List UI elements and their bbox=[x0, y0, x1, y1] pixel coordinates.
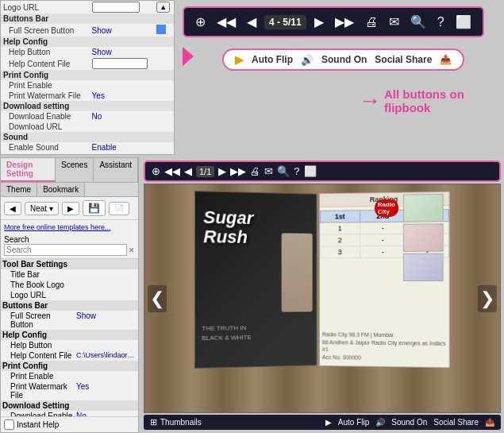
table-row: Help Button Show bbox=[1, 47, 174, 57]
table-row: Help Content File C:\Users\lindaoral\App… bbox=[1, 350, 138, 361]
prev-button[interactable]: ◀ bbox=[244, 13, 260, 31]
table-row: Full Screen Button Show bbox=[1, 24, 174, 37]
print-config-section: Print Config bbox=[1, 70, 174, 80]
inner-prev-start[interactable]: ◀◀ bbox=[164, 165, 180, 177]
book-logo-label: The Book Logo bbox=[1, 280, 75, 290]
help-content-input[interactable] bbox=[92, 58, 148, 69]
dl-enable-val: No bbox=[90, 111, 155, 122]
table-row: Download Setting bbox=[1, 400, 138, 411]
status-autoflip-icon: ▶ bbox=[325, 418, 332, 427]
left-top-panel: Logo URL ▲ Buttons Bar Full Screen Butto… bbox=[0, 0, 175, 155]
thumb-strip bbox=[403, 194, 448, 281]
table-row: Download Enable No bbox=[1, 111, 174, 122]
inner-next-end[interactable]: ▶▶ bbox=[230, 165, 246, 177]
tab-theme[interactable]: Theme bbox=[1, 183, 37, 196]
search-input[interactable] bbox=[4, 244, 127, 256]
page-indicator: 4 - 5/11 bbox=[264, 15, 306, 29]
instant-help-checkbox[interactable] bbox=[4, 419, 14, 430]
prev-start-button[interactable]: ◀◀ bbox=[214, 13, 239, 31]
template-select-button[interactable]: Neat ▾ bbox=[25, 202, 59, 215]
rank-col-1: 1st bbox=[320, 211, 360, 222]
tab-bookmark[interactable]: Bookmark bbox=[37, 183, 85, 196]
thumb-3 bbox=[403, 253, 444, 281]
dl-enable-val2: No bbox=[75, 411, 138, 416]
tab-design-setting[interactable]: Design Setting bbox=[1, 158, 56, 182]
full-screen-color bbox=[156, 25, 166, 34]
table-row: Sound File bbox=[1, 153, 174, 155]
table-row: Download Enable No bbox=[1, 411, 138, 416]
zoom-in-button[interactable]: ⊕ bbox=[192, 13, 209, 31]
inner-zoom-in[interactable]: ⊕ bbox=[152, 165, 160, 177]
inner-help[interactable]: ? bbox=[294, 165, 299, 177]
help-content-val: C:\Users\lindaoral\AppData... bbox=[75, 350, 138, 361]
help-btn-label: Help Button bbox=[1, 47, 90, 57]
help-btn-label2: Help Button bbox=[1, 340, 75, 350]
logo-url-scroll-up[interactable]: ▲ bbox=[156, 2, 170, 13]
full-screen-btn-val: Show bbox=[75, 311, 138, 330]
main-toolbar: ⊕ ◀◀ ◀ 4 - 5/11 ▶ ▶▶ 🖨 ✉ 🔍 ? ⬜ bbox=[183, 6, 484, 37]
nav-arrow-right[interactable]: ❯ bbox=[478, 285, 497, 312]
inner-fullscreen[interactable]: ⬜ bbox=[304, 165, 317, 177]
search-clear-icon[interactable]: ✕ bbox=[129, 246, 135, 254]
status-sound-label[interactable]: Sound On bbox=[391, 418, 427, 427]
flipbook-display: ❮ ❯ Sugar Rush THE TRUTH INBLACK & WHITE bbox=[144, 184, 501, 413]
next-button[interactable]: ▶ bbox=[311, 13, 327, 31]
book-subtitle: THE TRUTH INBLACK & WHITE bbox=[202, 323, 252, 343]
section-row: Print Config bbox=[1, 70, 174, 80]
search-section: Search ✕ bbox=[1, 233, 138, 259]
template-save-button[interactable]: 💾 bbox=[83, 200, 106, 216]
full-screen-label: Full Screen Button bbox=[1, 24, 90, 37]
print-enable-label: Print Enable bbox=[1, 80, 90, 91]
status-left: ⊞ Thumbnails bbox=[150, 417, 202, 427]
section-row: Buttons Bar bbox=[1, 14, 174, 24]
print-enable-val bbox=[90, 80, 155, 91]
logo-url-label: Logo URL bbox=[1, 1, 90, 14]
print-watermark-label2: Print Watermark File bbox=[1, 381, 75, 400]
table-row: Print Watermark File Yes bbox=[1, 381, 138, 400]
inner-toolbar: ⊕ ◀◀ ◀ 1/1 ▶ ▶▶ 🖨 ✉ 🔍 ? ⬜ bbox=[144, 160, 501, 182]
print-watermark-val2: Yes bbox=[75, 381, 138, 400]
tab-assistant[interactable]: Assistant bbox=[94, 158, 138, 182]
status-sound-icon: 🔊 bbox=[375, 418, 385, 427]
inner-next[interactable]: ▶ bbox=[218, 165, 226, 177]
template-link[interactable]: More free online templates here... bbox=[4, 223, 111, 231]
template-extra-button[interactable]: 📄 bbox=[109, 202, 129, 215]
logo-url-input[interactable] bbox=[92, 2, 140, 13]
table-row: Print Enable bbox=[1, 80, 174, 91]
fullscreen-button[interactable]: ⬜ bbox=[452, 13, 475, 31]
template-prev-button[interactable]: ◀ bbox=[4, 202, 21, 215]
autoflip-play-icon[interactable]: ▶ bbox=[235, 53, 244, 66]
book-address: Radio City 98.3 FM | Mumbai 88 Andheri &… bbox=[322, 331, 449, 363]
table-row: Logo URL bbox=[1, 290, 138, 300]
inner-prev[interactable]: ◀ bbox=[184, 165, 192, 177]
inner-print[interactable]: 🖨 bbox=[250, 165, 260, 177]
thumbnails-icon: ⊞ bbox=[150, 417, 157, 427]
table-row: Print Config bbox=[1, 361, 138, 371]
dl-enable-label2: Download Enable bbox=[1, 411, 75, 416]
help-button[interactable]: ? bbox=[434, 14, 448, 31]
table-row: Title Bar bbox=[1, 269, 138, 280]
right-top-area: ⊕ ◀◀ ◀ 4 - 5/11 ▶ ▶▶ 🖨 ✉ 🔍 ? ⬜ ▶ Auto Fl… bbox=[176, 0, 504, 155]
buttons-bar-section: Buttons Bar bbox=[1, 14, 174, 24]
book-right-page: Radio City Ranking 1st 2nd 3rd 1-- bbox=[319, 191, 450, 368]
settings-subtabs: Theme Bookmark bbox=[1, 183, 138, 197]
thumbnails-label[interactable]: Thumbnails bbox=[160, 418, 202, 427]
tab-scenes[interactable]: Scenes bbox=[56, 158, 94, 182]
sound-label: Sound On bbox=[321, 54, 367, 65]
table-row: Logo URL ▲ bbox=[1, 1, 174, 14]
print-enable-label2: Print Enable bbox=[1, 371, 75, 381]
print-button[interactable]: 🖨 bbox=[362, 14, 381, 31]
inner-search[interactable]: 🔍 bbox=[277, 165, 290, 177]
next-end-button[interactable]: ▶▶ bbox=[332, 13, 357, 31]
nav-arrow-left[interactable]: ❮ bbox=[148, 285, 167, 312]
status-share-label[interactable]: Social Share bbox=[433, 418, 479, 427]
search-label: Search bbox=[4, 235, 29, 244]
inner-email[interactable]: ✉ bbox=[264, 165, 273, 177]
status-autoflip-label[interactable]: Auto Flip bbox=[338, 418, 369, 427]
template-next-button[interactable]: ▶ bbox=[62, 202, 79, 215]
table-row: Help Config bbox=[1, 330, 138, 340]
email-button[interactable]: ✉ bbox=[386, 13, 402, 31]
book-left-page: Sugar Rush THE TRUTH INBLACK & WHITE bbox=[194, 191, 317, 369]
search-button[interactable]: 🔍 bbox=[407, 13, 429, 31]
thumb-2 bbox=[403, 223, 444, 252]
